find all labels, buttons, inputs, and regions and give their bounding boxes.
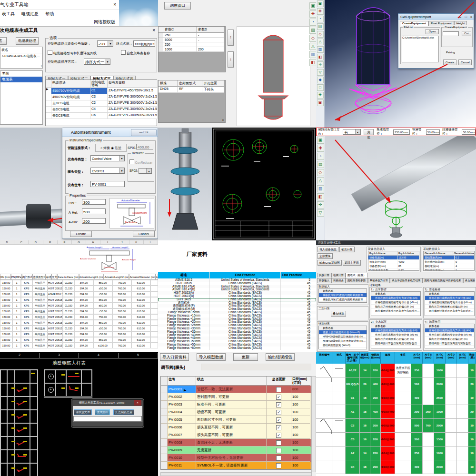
table-row[interactable]: 通用螺纹标准(M) China Standards (SACS) 45 xyxy=(158,307,316,311)
cad-toolbar-icon[interactable]: ▤ xyxy=(317,23,324,30)
cad-toolbar-icon[interactable]: ◔ xyxy=(317,16,324,22)
table-row[interactable]: C2 18 200 Φ18@200 500 700 2000 10 xyxy=(316,419,476,433)
column-letter[interactable]: D xyxy=(29,240,43,244)
cad-toolbar-icon[interactable]: ▤ xyxy=(309,27,316,34)
list-row[interactable]: 作用在圆柱底部的竖向力设计值 (kN) xyxy=(371,328,420,333)
cad-toolbar-icon[interactable]: ▥ xyxy=(317,185,324,192)
list-item[interactable]: 7-0145CA-W1-6 电缆表… xyxy=(0,53,42,59)
table-row[interactable]: 150.001 KPS平焊法兰 HG/T 20615CL150 394.00±5… xyxy=(0,337,158,343)
table-row[interactable]: 去DCS电缆 C2 ZA-DJYPVPE-300/500V-2x2x1.5 xyxy=(46,100,157,107)
cad-toolbar-icon[interactable]: ◇ xyxy=(309,35,316,42)
list-row[interactable]: 室外地坪标高(m) 0 xyxy=(424,260,474,264)
cad-toolbar-icon[interactable]: ✚ xyxy=(317,8,324,15)
cad-toolbar-icon[interactable]: ▣ xyxy=(317,0,324,7)
table-row[interactable]: 150.001 KPS平焊法兰 HG/T 20615CL150 394.00±5… xyxy=(0,286,158,291)
list-row[interactable]: 作用在圆柱底部的竖向力设计值 (kN) xyxy=(425,328,474,333)
cad-toolbar-icon[interactable]: ▣ xyxy=(309,2,316,10)
list-row[interactable]: 圆柱截面计算受压区高度与实际受压区高度比较 xyxy=(371,309,420,313)
maximize-icon[interactable]: □ xyxy=(465,14,467,20)
table-row[interactable]: HG/T 20615 China Standards (SACS) 45 xyxy=(158,282,316,285)
close-icon[interactable]: × xyxy=(134,400,141,406)
menu-item[interactable]: 表工具 xyxy=(2,10,15,18)
tool-button[interactable]: 导入模型数据 xyxy=(197,353,226,361)
column-letter[interactable]: F xyxy=(58,240,72,244)
checkbox-icon[interactable] xyxy=(121,50,126,55)
cad-toolbar-icon[interactable]: ▽ xyxy=(317,69,324,76)
tool-button[interactable]: 导入设备信息 xyxy=(317,247,338,252)
list-row[interactable]: FV风载体型系数 0.37 xyxy=(368,268,419,271)
column-letter[interactable]: K xyxy=(129,240,144,244)
list-row[interactable]: 轴向压力对截面重心的偏心距 (m) xyxy=(371,337,420,341)
list-row[interactable]: 圆柱截面计算受压区高度与实际受压区高度比较 xyxy=(425,341,474,346)
cad-toolbar-icon[interactable]: ◔ xyxy=(309,19,316,26)
list-row[interactable]: 轴向压力对截面重心的偏心距 (m) xyxy=(425,305,474,309)
table-row[interactable]: A0,22 14 200 Φ14@200 池壁水平筋角部钢筋 250 1000 … xyxy=(316,364,476,377)
tab[interactable]: 圆柱形基础参数 xyxy=(346,278,368,283)
summarize-rebar-button[interactable]: 汇总钢筋总量 xyxy=(113,409,134,415)
table-row[interactable]: 通用螺纹标准(F) China Standards (SACS) 45 xyxy=(158,304,316,307)
browse-button[interactable]: 浏览 xyxy=(364,129,374,135)
cancel-button[interactable]: Cancel xyxy=(458,60,472,65)
table-row[interactable]: 450/750V控制电缆 C3 ZA-DJYPVPE-300/500V-2x2x… xyxy=(46,94,157,100)
table-row[interactable]: 去DCS电缆 C4 ZA-DJYPVPE-300/500V-3x2x1.5 xyxy=(46,107,157,113)
table-row[interactable]: 150.001 KPS平焊法兰 HG/T 20615CL150 394.00±5… xyxy=(0,280,158,286)
list-row[interactable]: 设备内径(mm) 4900 xyxy=(368,260,419,264)
cad-toolbar-icon[interactable]: ▽ xyxy=(317,209,324,217)
tab[interactable]: 单桩承载力计算 xyxy=(368,278,390,283)
update-checkbox[interactable] xyxy=(267,462,291,469)
browse-button[interactable]: 览 xyxy=(0,37,7,45)
sp02-combobox[interactable]: ▾ xyxy=(139,168,152,174)
tool-button[interactable]: 返回主界面 xyxy=(343,260,361,266)
tab[interactable]: 风载计算 xyxy=(317,273,331,278)
table-row[interactable]: Flange thickness +55mm China Standards (… xyxy=(158,343,316,347)
table-row[interactable]: PV-0011 SYMBOL不一致，请选择性更新 100 xyxy=(161,462,311,469)
cancel-button[interactable]: Cancel xyxy=(133,231,155,237)
window-buttons[interactable]: — □ × xyxy=(131,129,157,136)
equipment-input[interactable] xyxy=(443,31,459,36)
list-row[interactable]: 轴向压力对截面重心的偏心距 (m) xyxy=(371,305,420,309)
cad-toolbar-icon[interactable]: ◧ xyxy=(309,59,316,66)
table-row[interactable]: 250 - xyxy=(159,42,225,47)
table-row[interactable]: Flange thickness +45mm China Standards (… xyxy=(158,337,316,340)
tool-button[interactable]: 更新 xyxy=(233,353,258,361)
table-row[interactable]: Flange thickness +60mm China Standards (… xyxy=(158,347,316,350)
list-row[interactable]: 圆柱截面计算受压区高度与实际受压区高度比较 xyxy=(425,309,474,313)
table-row[interactable]: Flange thickness +40mm China Standards (… xyxy=(158,334,316,337)
table-row[interactable]: Flange thickness +35mm China Standards (… xyxy=(158,330,316,334)
table-row[interactable]: Flange thickness +20mm China Standards (… xyxy=(158,320,316,324)
cad-toolbar-icon[interactable]: ◧ xyxy=(317,193,324,200)
direction-combobox[interactable]: 有▾ xyxy=(343,129,360,135)
cad-toolbar-icon[interactable]: △ xyxy=(309,43,316,50)
tool-button[interactable]: 输出错误报告 xyxy=(266,353,295,361)
reuse-nozzle-button[interactable]: 调用管口 xyxy=(164,2,191,10)
cad-toolbar-icon[interactable]: △ xyxy=(317,177,324,184)
tab[interactable]: 圆柱与底板交接处冲切承载结果 xyxy=(423,278,463,283)
table-row[interactable]: 150.001 KPS平焊法兰 HG/T 20615CL150 394.00±5… xyxy=(0,331,158,337)
table-row[interactable]: 150.001 KPS平焊法兰 HG/T 20615CL150 394.00±5… xyxy=(0,303,158,308)
generate-drawing-button[interactable]: 生成图纸 xyxy=(95,409,110,415)
list-row[interactable]: 作用在圆柱底部的弯矩设计值 (kN·m) xyxy=(425,300,474,305)
minimize-icon[interactable]: — xyxy=(458,14,461,20)
table-row[interactable]: 150.001 KPS平焊法兰 HG/T 20615CL150 394.0075… xyxy=(0,314,158,320)
cad-toolbar-icon[interactable]: ◔ xyxy=(317,153,324,160)
list-row[interactable]: 作用在圆柱底部的竖向力设计值 (kN) xyxy=(425,296,474,300)
cad-toolbar-icon[interactable]: ▤ xyxy=(317,161,324,168)
f2-input[interactable]: 50.00mm xyxy=(426,129,440,135)
update-checkbox[interactable]: ✓ xyxy=(267,393,291,401)
cad-toolbar-icon[interactable]: ✚ xyxy=(317,145,324,152)
file-list-item[interactable]: C:\Users\xxl\Desktop\0.xlsx xyxy=(402,36,438,39)
update-checkbox[interactable]: ✓ xyxy=(267,424,291,431)
list-row[interactable]: 基础底板厚度(m) 1 xyxy=(424,268,474,271)
tab[interactable]: 图纸式（桩基） xyxy=(346,273,368,278)
table-row[interactable]: PV-0005 面到面尺寸不同，可更新 ✓ 100 xyxy=(161,416,311,424)
tool-button[interactable]: 导入订货资料 xyxy=(160,353,189,361)
list-row[interactable]: 底板抗浮区(C)配筋与圆柱截面验算高度值2 xyxy=(319,298,367,302)
table-row[interactable]: A2 14 200 Φ14@200 250 1000 10 xyxy=(316,446,476,460)
cad-toolbar-icon[interactable]: △ xyxy=(317,39,324,45)
table-row[interactable]: Flange thickness +10mm China Standards (… xyxy=(158,314,316,317)
update-checkbox[interactable] xyxy=(267,386,291,393)
table-row[interactable]: 去DCS电缆 C6 ZA-DJYPVPE-300/500V-3x2x1.5 xyxy=(46,113,157,119)
table-row[interactable]: C1 18 200 Φ18@200 400 2500 10 xyxy=(316,391,476,405)
table-row[interactable]: 150.001 KPS平焊法兰 HG/T 20615CL150 394.00±5… xyxy=(0,297,158,303)
tool-button[interactable]: 初次计算 xyxy=(339,247,355,252)
